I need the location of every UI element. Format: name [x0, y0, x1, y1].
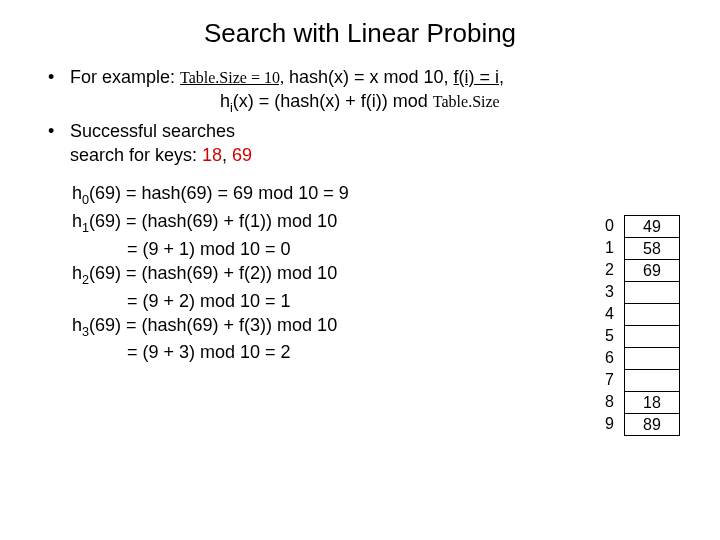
- h1-sub: 1: [82, 221, 89, 235]
- fi-text: f(i) = i,: [454, 67, 505, 87]
- formula-pre: h: [220, 91, 230, 111]
- formula-post: (x) = (hash(x) + f(i)) mod: [233, 91, 433, 111]
- h0-post: (69) = hash(69) = 69 mod 10 = 9: [89, 183, 349, 203]
- idx-4: 4: [605, 303, 618, 325]
- formula-tail: Table.Size: [433, 93, 500, 110]
- cell-8: 18: [624, 392, 680, 414]
- idx-9: 9: [605, 413, 618, 435]
- h3-pre: h: [72, 315, 82, 335]
- cell-4: [624, 304, 680, 326]
- cell-2: 69: [624, 260, 680, 282]
- idx-6: 6: [605, 347, 618, 369]
- search-line2-pre: search for keys:: [70, 145, 202, 165]
- calc-h2b: = (9 + 2) mod 10 = 1: [72, 289, 349, 313]
- h0-sub: 0: [82, 193, 89, 207]
- h2-pre: h: [72, 263, 82, 283]
- calc-h0: h0(69) = hash(69) = 69 mod 10 = 9: [72, 181, 349, 209]
- formula-line: hi(x) = (hash(x) + f(i)) mod Table.Size: [70, 89, 680, 117]
- idx-7: 7: [605, 369, 618, 391]
- calc-h3b: = (9 + 3) mod 10 = 2: [72, 340, 349, 364]
- index-column: 0 1 2 3 4 5 6 7 8 9: [605, 215, 618, 436]
- calc-h3: h3(69) = (hash(69) + f(3)) mod 10: [72, 313, 349, 341]
- h0-pre: h: [72, 183, 82, 203]
- bullet-example: For example: Table.Size = 10, hash(x) = …: [48, 65, 680, 117]
- content-row: h0(69) = hash(69) = 69 mod 10 = 9 h1(69)…: [40, 181, 680, 436]
- key-sep: ,: [222, 145, 232, 165]
- calculation-block: h0(69) = hash(69) = 69 mod 10 = 9 h1(69)…: [40, 181, 349, 436]
- cell-9: 89: [624, 414, 680, 436]
- calc-h1b: = (9 + 1) mod 10 = 0: [72, 237, 349, 261]
- cell-3: [624, 282, 680, 304]
- tablesize-text: Table.Size = 10,: [180, 69, 284, 86]
- search-line1: Successful searches: [70, 121, 235, 141]
- h1-post: (69) = (hash(69) + f(1)) mod 10: [89, 211, 337, 231]
- hash-text: hash(x) = x mod 10,: [289, 67, 454, 87]
- cell-0: 49: [624, 216, 680, 238]
- idx-3: 3: [605, 281, 618, 303]
- cell-6: [624, 348, 680, 370]
- cell-7: [624, 370, 680, 392]
- cell-5: [624, 326, 680, 348]
- h3-sub: 3: [82, 324, 89, 338]
- value-column: 49 58 69 18 89: [624, 215, 680, 436]
- calc-h2: h2(69) = (hash(69) + f(2)) mod 10: [72, 261, 349, 289]
- h2-post: (69) = (hash(69) + f(2)) mod 10: [89, 263, 337, 283]
- idx-0: 0: [605, 215, 618, 237]
- h3-post: (69) = (hash(69) + f(3)) mod 10: [89, 315, 337, 335]
- bullet-list: For example: Table.Size = 10, hash(x) = …: [40, 65, 680, 167]
- idx-8: 8: [605, 391, 618, 413]
- key-18: 18: [202, 145, 222, 165]
- calc-h1: h1(69) = (hash(69) + f(1)) mod 10: [72, 209, 349, 237]
- slide-title: Search with Linear Probing: [40, 18, 680, 49]
- idx-2: 2: [605, 259, 618, 281]
- h1-pre: h: [72, 211, 82, 231]
- key-69: 69: [232, 145, 252, 165]
- cell-1: 58: [624, 238, 680, 260]
- bullet-prefix: For example:: [70, 67, 180, 87]
- bullet-search: Successful searches search for keys: 18,…: [48, 119, 680, 168]
- idx-1: 1: [605, 237, 618, 259]
- idx-5: 5: [605, 325, 618, 347]
- h2-sub: 2: [82, 273, 89, 287]
- hash-table: 0 1 2 3 4 5 6 7 8 9 49 58 69 18 89: [605, 215, 680, 436]
